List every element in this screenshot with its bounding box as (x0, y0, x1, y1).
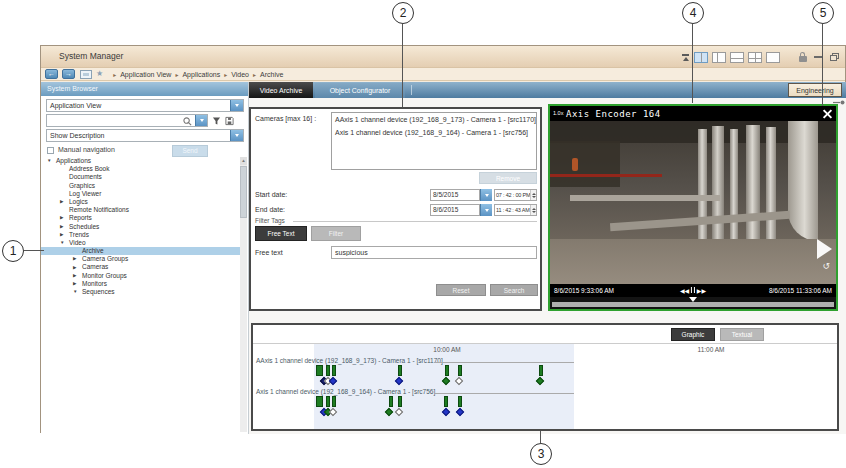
recording-bar[interactable] (398, 365, 402, 376)
forward-button[interactable]: → (62, 69, 75, 79)
tree-item-trends[interactable]: ▶Trends (41, 231, 240, 239)
display-mode-dropdown[interactable]: Show Description (46, 129, 244, 142)
breadcrumb-item[interactable]: Video (231, 71, 249, 78)
recording-bar[interactable] (316, 396, 323, 407)
tree-item-sequences[interactable]: ▼Sequences (41, 288, 240, 296)
search-button[interactable]: Search (490, 284, 538, 296)
breadcrumb-item[interactable]: Archive (260, 71, 283, 78)
lock-icon[interactable] (798, 52, 807, 63)
expander-icon[interactable]: ▶ (60, 231, 69, 239)
tree-item-monitor-groups[interactable]: ▶Monitor Groups (41, 272, 240, 280)
tree-item-cameras[interactable]: ▶Cameras (41, 263, 240, 271)
tree-item-logics[interactable]: ▶Logics (41, 198, 240, 206)
recording-bar[interactable] (326, 396, 330, 407)
layout-two-pane-icon[interactable] (694, 52, 708, 63)
skip-forward-icon[interactable]: ▶▶ (697, 287, 706, 294)
recording-bar[interactable] (539, 365, 543, 376)
play-overlay-icon[interactable] (817, 239, 832, 259)
skip-back-icon[interactable]: ◀◀ (680, 287, 689, 294)
seek-marker-icon[interactable] (689, 297, 697, 302)
chevron-down-icon[interactable] (230, 130, 243, 141)
view-selector-dropdown[interactable]: Application View (46, 99, 244, 112)
tab-object-configurator[interactable]: Object Configurator (315, 83, 405, 98)
breadcrumb-item[interactable]: Application View (120, 71, 171, 78)
filter-tab-button[interactable]: Filter (311, 226, 361, 241)
tree-item-archive[interactable]: Archive (41, 247, 240, 255)
expander-icon[interactable]: ▶ (73, 280, 82, 288)
start-time-input[interactable]: 07 : 42 : 00 PM (494, 189, 537, 201)
collapse-ribbon-icon[interactable] (681, 53, 690, 62)
search-dropdown-icon[interactable] (195, 115, 207, 126)
tree-item-log-viewer[interactable]: Log Viewer (41, 190, 240, 198)
filter-funnel-icon[interactable] (212, 116, 221, 126)
tree-item-reports[interactable]: ▶Reports (41, 214, 240, 222)
graphic-view-button[interactable]: Graphic (671, 328, 715, 341)
video-frame[interactable] (550, 121, 836, 284)
layout-single-pane-icon[interactable] (766, 52, 780, 63)
chevron-down-icon[interactable] (230, 100, 243, 111)
recording-bar[interactable] (326, 365, 330, 376)
tree-item-applications[interactable]: ▼Applications (41, 157, 240, 165)
time-spinner-icon[interactable] (530, 205, 536, 215)
end-time-input[interactable]: 11 : 42 : 43 AM (494, 204, 537, 216)
favorites-star-icon[interactable]: ★ (96, 69, 103, 79)
pause-bar-icon[interactable] (694, 287, 696, 293)
recording-bar[interactable] (332, 396, 336, 407)
start-date-input[interactable]: 8/5/2015 (430, 189, 480, 201)
expander-icon[interactable]: ▶ (60, 198, 69, 206)
tree-item-schedules[interactable]: ▶Schedules (41, 223, 240, 231)
end-date-calendar-icon[interactable] (480, 204, 492, 216)
recording-bar[interactable] (445, 365, 449, 376)
seek-track[interactable] (552, 302, 834, 307)
expander-icon[interactable]: ▼ (73, 288, 82, 296)
tree-item-camera-groups[interactable]: ▶Camera Groups (41, 255, 240, 263)
free-text-tab-button[interactable]: Free Text (255, 226, 307, 241)
remove-button[interactable]: Remove (479, 172, 537, 184)
breadcrumb-item[interactable]: Applications (182, 71, 220, 78)
reset-button[interactable]: Reset (436, 284, 486, 296)
recording-bar[interactable] (389, 396, 393, 407)
start-date-calendar-icon[interactable] (480, 189, 492, 201)
recent-views-icon[interactable] (80, 70, 92, 79)
end-date-input[interactable]: 8/6/2015 (430, 204, 480, 216)
engineering-mode-button[interactable]: Engineering (788, 83, 842, 97)
tree-item-graphics[interactable]: Graphics (41, 182, 240, 190)
camera-list-item[interactable]: Axis 1 channel device (192_168_9_164) - … (332, 126, 536, 139)
recording-bar[interactable] (332, 365, 336, 376)
tree-item-remote-notifications[interactable]: Remote Notifications (41, 206, 240, 214)
camera-listbox[interactable]: AAxis 1 channel device (192_168_9_173) -… (331, 112, 537, 170)
send-button[interactable]: Send (172, 145, 208, 157)
scrollbar-thumb[interactable] (240, 166, 247, 218)
recording-bar[interactable] (444, 396, 448, 407)
tree-item-documents[interactable]: Documents (41, 173, 240, 181)
expander-icon[interactable]: ▶ (73, 264, 82, 272)
tab-video-archive[interactable]: Video Archive (249, 82, 313, 98)
back-button[interactable]: ← (45, 69, 58, 79)
search-input[interactable] (48, 116, 178, 125)
layout-split-left-icon[interactable] (712, 52, 726, 63)
scroll-up-icon[interactable]: ▲ (240, 157, 247, 165)
expander-icon[interactable]: ▶ (73, 272, 82, 280)
recording-bar[interactable] (458, 365, 462, 376)
save-icon[interactable] (225, 116, 234, 126)
playback-controls[interactable]: ◀◀ ▶▶ (680, 287, 706, 294)
expander-icon[interactable]: ▼ (60, 239, 69, 247)
recording-bar[interactable] (316, 365, 323, 376)
expander-icon[interactable]: ▶ (60, 223, 69, 231)
replay-arrow-icon[interactable]: ↺ (822, 261, 830, 271)
recording-bar[interactable] (398, 396, 402, 407)
close-icon[interactable] (822, 108, 833, 119)
tree-item-address-book[interactable]: Address Book (41, 165, 240, 173)
manual-navigation-checkbox[interactable] (47, 147, 54, 154)
layout-bottom-bar-icon[interactable] (730, 52, 744, 63)
video-seek-slider[interactable] (550, 297, 836, 309)
expander-icon[interactable]: ▶ (60, 214, 69, 222)
expander-icon[interactable]: ▼ (47, 157, 56, 165)
expander-icon[interactable]: ▶ (73, 255, 82, 263)
free-text-input[interactable] (331, 246, 537, 259)
textual-view-button[interactable]: Textual (720, 328, 764, 341)
time-spinner-icon[interactable] (530, 190, 536, 200)
tree-scrollbar[interactable]: ▲ (240, 157, 247, 432)
recording-bar[interactable] (458, 396, 462, 407)
tree-item-video[interactable]: ▼Video (41, 239, 240, 247)
